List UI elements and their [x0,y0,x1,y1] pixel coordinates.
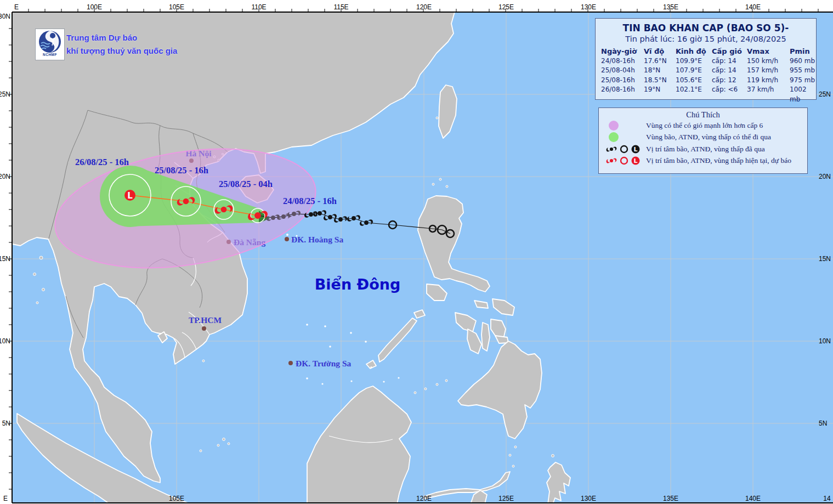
forecast-date-label: 26/08/25 - 16h [75,157,129,167]
city-label: ĐK. Trường Sa [296,359,352,368]
city-dot [285,237,289,241]
islet [432,183,434,185]
reef-islet [321,383,323,384]
bulletin-issued-time: Tin phát lúc: 16 giờ 15 phút, 24/08/2025 [596,35,816,43]
islet [202,360,205,362]
islet [552,455,554,457]
reef-islet [370,366,372,369]
forecast-cell: 157 km/h [747,66,790,76]
islet [42,288,45,291]
islet [436,383,438,386]
axis-label-right: 10N [819,337,831,345]
axis-label-bottom: 14 [823,495,831,502]
svg-text:L: L [633,146,637,153]
city-label: ĐK. Hoàng Sa [291,235,343,244]
forecast-cell: 1002 mb [790,85,818,104]
nchmf-logo: NCHMF [35,29,65,60]
axis-label-bottom: 120E [416,495,432,502]
svg-text:L: L [633,157,637,165]
forecast-cell: 102.1°E [676,85,712,104]
axis-label-top: 120E [416,3,432,11]
islet [33,273,36,276]
city-label: TP.HCM [189,315,222,325]
axis-label-top: 130E [581,3,596,11]
islet [414,392,416,394]
axis-label-left: 25N [0,90,10,98]
reef-islet [383,381,384,382]
past-markers-glyphs: L [604,144,643,155]
axis-label-bottom: E [3,495,8,502]
axis-label-top: 100E [87,3,102,11]
axis-label-left: 15N [0,255,10,263]
forecast-cell: cấp: 14 [712,66,747,76]
city-dot [288,361,293,365]
axis-label-right: 20N [819,173,831,180]
legend-item: Vùng có thể có gió mạnh lớn hơn cấp 6 [599,120,807,132]
islet [200,450,202,452]
org-line1: Trung tâm Dự báo [66,31,177,44]
legend-item-label: Vùng bão, ATNĐ, vùng thấp có thể đi qua [646,133,771,141]
forecast-column-header: Pmin [790,47,818,56]
forecast-cell: 19°N [644,85,676,104]
purple-zone-dot [609,121,619,131]
islet [36,302,38,304]
forecast-cell: 26/08-16h [601,85,644,104]
current-markers-glyphs: L [604,155,643,166]
axis-label-bottom: 140E [745,495,761,502]
forecast-date-label: 24/08/25 - 16h [283,196,337,206]
reef-islet [350,380,352,382]
legend-item-label: Vị trí tâm bão, ATNĐ, vùng thấp hiện tại… [646,156,791,165]
axis-label-top: 115E [333,3,348,11]
forecast-cell: 150 km/h [747,56,790,66]
axis-label-top: 140E [745,3,761,11]
islet [217,444,219,446]
forecast-cell: 105.6°E [676,76,712,86]
legend-box: Chú Thích Vùng có thể có gió mạnh lớn hơ… [598,107,808,174]
sea-name-label: Biển Đông [315,275,401,293]
reef-islet [398,377,399,378]
reef-islet [286,234,288,236]
islet [39,256,43,259]
islet [228,443,230,445]
forecast-cell: 975 mb [790,76,818,86]
legend-title: Chú Thích [599,110,807,120]
low-pressure-letter: L [127,191,133,201]
legend-item: LVị trí tâm bão, ATNĐ, vùng thấp đã qua [599,143,807,155]
legend-item: LVị trí tâm bão, ATNĐ, vùng thấp hiện tạ… [599,155,807,167]
forecast-cell: 18.5°N [644,76,676,86]
axis-label-top: 135E [663,3,678,11]
axis-label-top: 125E [498,3,514,11]
islet [445,380,447,382]
islet [446,185,448,188]
reef-islet [324,325,326,327]
forecast-cell: 119 km/h [747,76,790,86]
current-markers-icon: L [604,155,646,166]
islet [514,446,517,448]
reef-islet [329,346,331,348]
legend-item: Vùng bão, ATNĐ, vùng thấp có thể đi qua [599,132,807,144]
axis-label-left: 30N [0,13,10,20]
forecast-cell: cấp: <6 [712,85,747,104]
reef-islet [365,341,367,343]
axis-label-bottom: 105E [169,495,184,502]
forecast-date-label: 25/08/25 - 16h [155,165,208,175]
axis-label-bottom: 130E [581,495,596,502]
bulletin-title: TIN BAO KHAN CAP (BAO SO 5)- [596,22,816,33]
forecast-cell: 107.9°E [676,66,712,76]
axis-label-top: E [14,3,19,11]
forecast-column-header: Kinh độ [676,47,712,56]
axis-label-top: 105E [169,3,184,11]
reef-islet [306,377,308,380]
forecast-cell: cấp: 14 [712,56,747,66]
green-zone-dot [609,132,619,142]
nchmf-logo-icon [38,29,62,53]
forecast-cell: 25/08-16h [601,76,644,86]
axis-label-right: 5N [819,420,827,427]
nchmf-abbr: NCHMF [43,53,57,56]
islet [512,465,514,467]
forecast-cell: 24/08-16h [601,56,644,66]
forecast-column-header: Ngày-giờ [601,47,644,56]
islet [439,178,441,180]
axis-label-left: 10N [0,337,10,345]
axis-label-right: 25N [819,90,831,98]
